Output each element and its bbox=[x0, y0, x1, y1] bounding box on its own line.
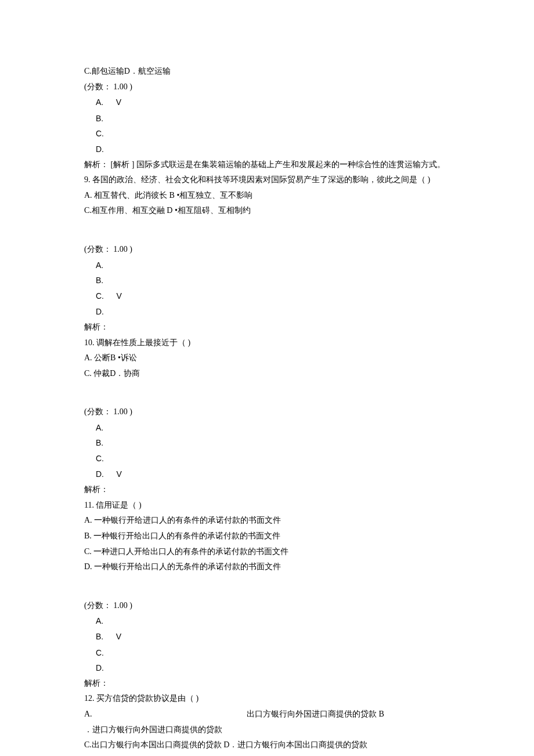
q8-choice-c: C. bbox=[84, 126, 450, 142]
q9-options-ab: A. 相互替代、此消彼长 B •相互独立、互不影响 bbox=[84, 188, 450, 204]
q9-choice-c: C. V bbox=[84, 288, 450, 305]
q8-score: (分数： 1.00 ) bbox=[84, 79, 450, 95]
q10-choice-a: A. bbox=[84, 420, 450, 436]
q12-stem: 12. 买方信贷的贷款协议是由（ ) bbox=[84, 691, 450, 707]
q11-analysis: 解析： bbox=[84, 676, 450, 692]
q12-line-cd: C.出口方银行向本国出口商提供的贷款 D．进口方银行向本国出口商提供的贷款 bbox=[84, 737, 450, 753]
q12-a-label: A. bbox=[84, 707, 247, 722]
q11-choice-d: D. bbox=[84, 660, 450, 676]
q9-choice-a: A. bbox=[84, 258, 450, 273]
q11-option-d: D. 一种银行开给出口人的无条件的承诺付款的书面文件 bbox=[84, 559, 450, 575]
check-icon: V bbox=[117, 288, 122, 304]
q11-choice-a: A. bbox=[84, 613, 450, 629]
q8-choice-a: A. V bbox=[84, 95, 450, 111]
q10-options-ab: A. 公断B •诉讼 bbox=[84, 350, 450, 366]
q10-choice-d: D. V bbox=[84, 466, 450, 483]
q9-choice-b: B. bbox=[84, 273, 450, 288]
q11-stem: 11. 信用证是（ ) bbox=[84, 498, 450, 513]
q10-choice-b: B. bbox=[84, 435, 450, 451]
q9-choice-d: D. bbox=[84, 304, 450, 320]
q12-line-ab: A. 出口方银行向外国进口商提供的贷款 B bbox=[84, 707, 450, 722]
q8-choice-d: D. bbox=[84, 142, 450, 157]
q11-option-a: A. 一种银行开给进口人的有条件的承诺付款的书面文件 bbox=[84, 513, 450, 529]
q11-score: (分数： 1.00 ) bbox=[84, 598, 450, 614]
q11-option-b: B. 一种银行开给出口人的有条件的承诺付款的书面文件 bbox=[84, 529, 450, 544]
q9-score: (分数： 1.00 ) bbox=[84, 242, 450, 258]
q10-choice-c: C. bbox=[84, 451, 450, 466]
q11-option-c: C. 一种进口人开给出口人的有条件的承诺付款的书面文件 bbox=[84, 544, 450, 560]
q11-choice-b: B. V bbox=[84, 629, 450, 645]
q10-analysis: 解析： bbox=[84, 482, 450, 498]
q8-options-cd: C.邮包运输D．航空运输 bbox=[84, 64, 450, 79]
q12-a-text: 出口方银行向外国进口商提供的贷款 B bbox=[247, 707, 384, 722]
q9-choice-c-label: C. bbox=[96, 291, 104, 301]
check-icon: V bbox=[116, 629, 121, 645]
check-icon: V bbox=[116, 95, 121, 110]
q10-choice-d-label: D. bbox=[96, 469, 104, 479]
q8-analysis: 解析： [解析 ] 国际多式联运是在集装箱运输的基础上产生和发展起来的一种综合性… bbox=[84, 157, 450, 173]
q11-choice-c: C. bbox=[84, 645, 450, 661]
q9-analysis: 解析： bbox=[84, 320, 450, 335]
q9-options-cd: C.相互作用、相互交融 D •相互阻碍、互相制约 bbox=[84, 203, 450, 219]
q10-stem: 10. 调解在性质上最接近于（ ) bbox=[84, 335, 450, 351]
q10-score: (分数： 1.00 ) bbox=[84, 404, 450, 420]
q8-choice-a-label: A. bbox=[96, 97, 103, 107]
q11-choice-b-label: B. bbox=[96, 632, 103, 641]
q9-stem: 9. 各国的政治、经济、社会文化和科技等环境因素对国际贸易产生了深远的影响，彼此… bbox=[84, 172, 450, 188]
q8-choice-b: B. bbox=[84, 111, 450, 126]
q10-options-cd: C. 仲裁D．协商 bbox=[84, 366, 450, 382]
q12-line-b: ．进口方银行向外国进口商提供的贷款 bbox=[84, 722, 450, 738]
check-icon: V bbox=[117, 466, 122, 482]
